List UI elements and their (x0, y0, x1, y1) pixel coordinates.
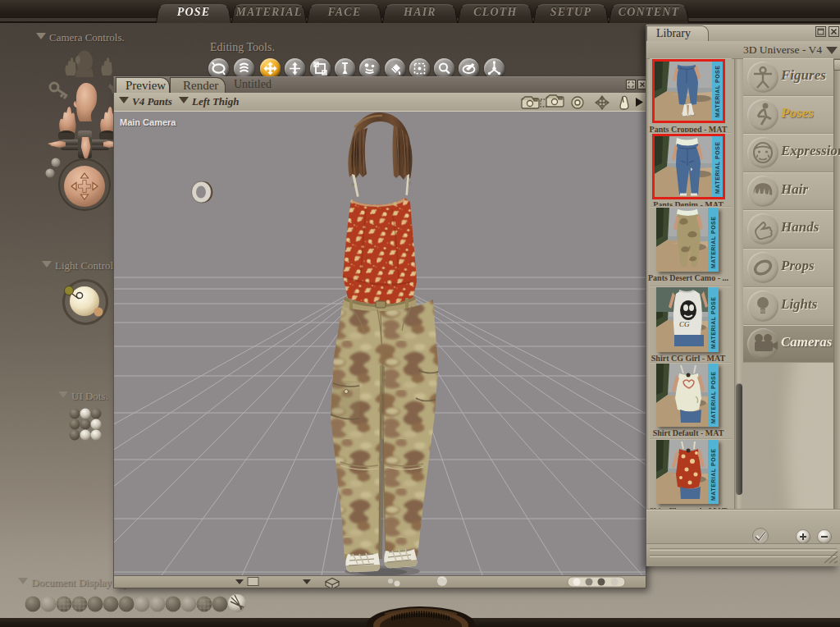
svg-text:MATERIAL POSE: MATERIAL POSE (714, 66, 720, 117)
svg-text:MATERIAL POSE: MATERIAL POSE (710, 217, 716, 268)
svg-text:MATERIAL POSE: MATERIAL POSE (710, 372, 716, 423)
svg-text:MATERIAL POSE: MATERIAL POSE (710, 297, 716, 349)
svg-text:MATERIAL POSE: MATERIAL POSE (714, 142, 720, 194)
svg-text:CG: CG (679, 320, 690, 328)
svg-text:MATERIAL POSE: MATERIAL POSE (710, 449, 716, 501)
